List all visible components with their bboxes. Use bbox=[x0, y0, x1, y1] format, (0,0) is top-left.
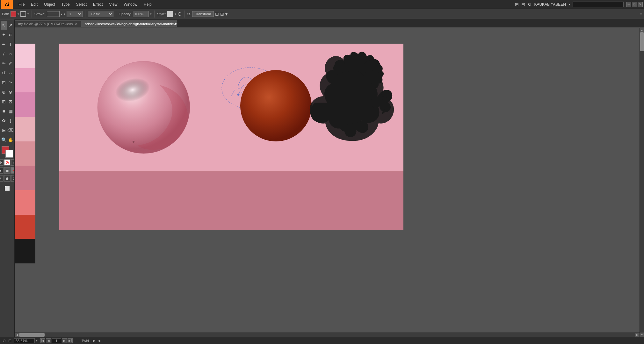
vertical-scrollbar[interactable]: ▲ ▼ bbox=[640, 28, 644, 337]
style-swatch[interactable] bbox=[167, 11, 173, 17]
warp-tool[interactable]: 〜 bbox=[7, 78, 14, 87]
scroll-left-button[interactable]: ◀ bbox=[15, 333, 19, 337]
eraser-tool[interactable]: ⌫ bbox=[7, 126, 14, 135]
stroke-down-arrow[interactable]: ▾ bbox=[64, 12, 65, 16]
lasso-tool[interactable]: ⊂ bbox=[7, 30, 14, 39]
pen-tool[interactable]: ✒ bbox=[1, 40, 7, 49]
status-icon-2[interactable]: ⊡ bbox=[8, 339, 11, 343]
stroke-icon[interactable] bbox=[20, 11, 26, 17]
brown-circle-container[interactable] bbox=[238, 68, 314, 145]
horizontal-scrollbar[interactable]: ◀ ▶ bbox=[15, 333, 640, 337]
fill-swatch[interactable] bbox=[11, 11, 16, 17]
menu-object[interactable]: Object bbox=[41, 1, 58, 8]
close-button[interactable]: ✕ bbox=[638, 2, 643, 7]
menu-help[interactable]: Help bbox=[141, 1, 155, 8]
hand-tool[interactable]: ✋ bbox=[7, 135, 14, 144]
arrange-icon[interactable]: ⊟ bbox=[521, 2, 525, 7]
swatch-red[interactable] bbox=[15, 215, 35, 239]
swatch-light-pink[interactable] bbox=[15, 44, 35, 68]
zoom-dropdown-icon[interactable]: ▾ bbox=[36, 339, 38, 342]
tab-crystal-ball[interactable]: adobe-illustrator-cc-3d-logo-design-tuto… bbox=[81, 20, 177, 27]
mirror-tool[interactable]: ↔ bbox=[7, 68, 14, 77]
nav-prev-prev[interactable]: |◀ bbox=[40, 338, 45, 343]
mesh-tool[interactable]: ⊠ bbox=[7, 97, 14, 106]
artboard-number[interactable]: 1 bbox=[52, 338, 61, 343]
tb-expand-icon[interactable]: ▾ bbox=[225, 11, 228, 17]
swatch-black[interactable] bbox=[15, 239, 35, 263]
artboard-icon[interactable]: ⬜ bbox=[3, 184, 12, 193]
scroll-up-button[interactable]: ▲ bbox=[640, 28, 644, 32]
live-paint-tool[interactable]: ⊗ bbox=[7, 88, 14, 97]
prev-frame-icon[interactable]: ◀ bbox=[98, 339, 100, 342]
magic-wand-tool[interactable]: ✦ bbox=[1, 30, 7, 39]
maximize-button[interactable]: □ bbox=[632, 2, 637, 7]
minimize-button[interactable]: ─ bbox=[626, 2, 631, 7]
swatch-mauve[interactable] bbox=[15, 166, 35, 190]
graph-tool[interactable]: ▦ bbox=[7, 107, 14, 116]
scroll-right-button[interactable]: ▶ bbox=[635, 333, 640, 337]
text-tool[interactable]: T bbox=[7, 40, 14, 49]
shape-builder-tool[interactable]: ⊕ bbox=[1, 88, 7, 97]
nav-prev[interactable]: ◀ bbox=[46, 338, 51, 343]
menu-view[interactable]: View bbox=[106, 1, 121, 8]
transform-icon-1[interactable]: ⊡ bbox=[215, 11, 219, 17]
fill-dropdown-icon[interactable]: ▾ bbox=[18, 12, 19, 16]
symbol-tool[interactable]: ✿ bbox=[1, 116, 7, 125]
gradient-fill-icon[interactable]: ◼ bbox=[4, 167, 11, 174]
scale-tool[interactable]: ⊡ bbox=[1, 78, 7, 87]
direct-selection-tool[interactable]: ↗ bbox=[7, 21, 14, 30]
crystal-ball[interactable] bbox=[96, 60, 192, 155]
status-icon-1[interactable]: ⊙ bbox=[3, 339, 6, 343]
menu-type[interactable]: Type bbox=[58, 1, 73, 8]
paint-style-icon[interactable]: ⬡ bbox=[11, 175, 15, 182]
play-button[interactable]: ▶ bbox=[93, 339, 95, 343]
flourish-container[interactable] bbox=[305, 52, 394, 145]
scroll-down-button[interactable]: ▼ bbox=[640, 333, 644, 337]
scroll-thumb-horizontal[interactable] bbox=[19, 333, 45, 337]
appearance-icon[interactable]: ≋ bbox=[187, 11, 191, 17]
sync-icon[interactable]: ↻ bbox=[528, 2, 532, 7]
zoom-tool[interactable]: 🔍 bbox=[1, 135, 7, 144]
stroke-type-dropdown[interactable]: Basic bbox=[88, 11, 113, 17]
eyedropper-tool-small[interactable]: ◎ bbox=[0, 175, 4, 182]
tab-close-0[interactable]: ✕ bbox=[75, 22, 78, 26]
pencil-tool[interactable]: ✐ bbox=[7, 59, 14, 68]
menu-select[interactable]: Select bbox=[73, 1, 90, 8]
background-swatch[interactable] bbox=[5, 150, 13, 158]
line-tool[interactable]: / bbox=[1, 49, 7, 58]
perspective-tool[interactable]: ⊞ bbox=[1, 97, 7, 106]
style-dropdown-icon[interactable]: ▾ bbox=[175, 12, 176, 16]
menu-window[interactable]: Window bbox=[120, 1, 141, 8]
stroke-width-dropdown[interactable]: 1 bbox=[67, 11, 83, 17]
swatch-pink[interactable] bbox=[15, 92, 35, 117]
panels-toggle-icon[interactable]: ≡ bbox=[640, 12, 642, 16]
none-fill-icon[interactable]: ⊘ bbox=[11, 167, 15, 174]
menu-file[interactable]: File bbox=[15, 1, 28, 8]
swatch-dusty-rose[interactable] bbox=[15, 141, 35, 166]
ellipse-tool[interactable]: ○ bbox=[7, 49, 14, 58]
none-stroke-icon[interactable]: ⊘ bbox=[4, 159, 11, 166]
paintbucket-tool-small[interactable]: ⬟ bbox=[4, 175, 11, 182]
reset-colors-icon[interactable]: ⊙ bbox=[0, 159, 4, 166]
menu-effect[interactable]: Effect bbox=[90, 1, 106, 8]
color-fill-icon[interactable]: ■ bbox=[0, 167, 4, 174]
user-dropdown-icon[interactable]: ▾ bbox=[568, 3, 570, 6]
workspace-icon[interactable]: ⊞ bbox=[515, 2, 519, 7]
transform-btn[interactable]: Transform bbox=[192, 11, 214, 17]
rotate-tool[interactable]: ↺ bbox=[1, 68, 7, 77]
transform-icon-2[interactable]: ⊞ bbox=[220, 11, 224, 17]
swatch-medium-pink[interactable] bbox=[15, 68, 35, 93]
zoom-input[interactable] bbox=[14, 338, 35, 343]
paintbrush-tool[interactable]: ✏ bbox=[1, 59, 7, 68]
stroke-up-arrow[interactable]: ▴ bbox=[61, 12, 62, 16]
nav-next-next[interactable]: ▶| bbox=[68, 338, 73, 343]
swap-colors-icon[interactable]: ⇌ bbox=[11, 159, 15, 166]
tab-my-file[interactable]: my file.ai* @ 77% (CMYK/Preview) ✕ bbox=[15, 20, 81, 27]
search-input[interactable] bbox=[573, 2, 624, 7]
gradient-tool[interactable]: ■ bbox=[1, 107, 7, 116]
scroll-thumb-vertical[interactable] bbox=[640, 32, 644, 51]
slice-tool[interactable]: ⊞ bbox=[1, 126, 7, 135]
column-graph-tool[interactable]: ⫿ bbox=[7, 116, 14, 125]
nav-next[interactable]: ▶ bbox=[62, 338, 67, 343]
swatch-coral[interactable] bbox=[15, 190, 35, 215]
